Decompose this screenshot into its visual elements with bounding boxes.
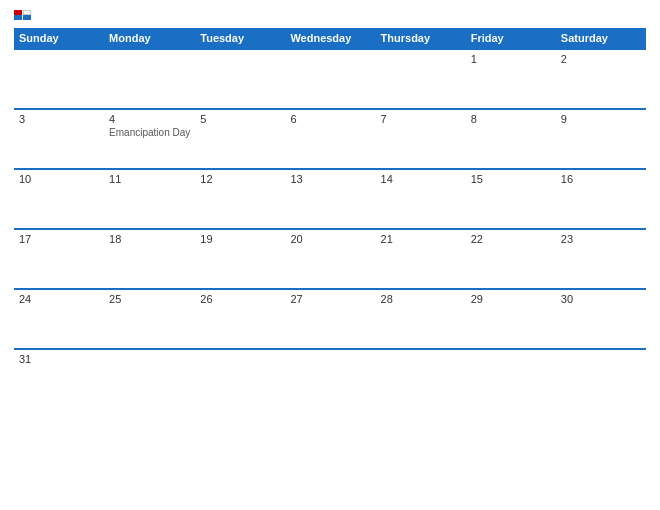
day-cell: 3 xyxy=(14,109,104,169)
day-cell: 4Emancipation Day xyxy=(104,109,195,169)
day-number: 9 xyxy=(561,113,641,125)
logo xyxy=(14,10,37,20)
day-number: 22 xyxy=(471,233,551,245)
day-cell: 18 xyxy=(104,229,195,289)
day-cell xyxy=(556,349,646,389)
day-cell xyxy=(195,349,285,389)
calendar-page: Sunday Monday Tuesday Wednesday Thursday… xyxy=(0,0,660,510)
day-number: 17 xyxy=(19,233,99,245)
day-number: 31 xyxy=(19,353,99,365)
day-cell: 9 xyxy=(556,109,646,169)
day-number: 16 xyxy=(561,173,641,185)
day-number: 21 xyxy=(381,233,461,245)
day-number: 7 xyxy=(381,113,461,125)
day-cell: 13 xyxy=(285,169,375,229)
day-cell: 24 xyxy=(14,289,104,349)
day-cell: 6 xyxy=(285,109,375,169)
day-cell: 31 xyxy=(14,349,104,389)
calendar-header xyxy=(14,10,646,20)
week-row-3: 17181920212223 xyxy=(14,229,646,289)
week-row-2: 10111213141516 xyxy=(14,169,646,229)
day-number: 27 xyxy=(290,293,370,305)
day-cell: 5 xyxy=(195,109,285,169)
day-cell xyxy=(285,49,375,109)
day-cell: 21 xyxy=(376,229,466,289)
day-cell xyxy=(14,49,104,109)
day-cell: 1 xyxy=(466,49,556,109)
day-number: 13 xyxy=(290,173,370,185)
day-number: 11 xyxy=(109,173,190,185)
day-number: 12 xyxy=(200,173,280,185)
day-cell: 27 xyxy=(285,289,375,349)
day-number: 8 xyxy=(471,113,551,125)
day-number: 30 xyxy=(561,293,641,305)
day-cell xyxy=(195,49,285,109)
day-cell: 20 xyxy=(285,229,375,289)
day-number: 23 xyxy=(561,233,641,245)
day-cell: 14 xyxy=(376,169,466,229)
day-number: 3 xyxy=(19,113,99,125)
day-cell xyxy=(285,349,375,389)
day-number: 10 xyxy=(19,173,99,185)
header-sunday: Sunday xyxy=(14,28,104,49)
day-number: 28 xyxy=(381,293,461,305)
day-number: 4 xyxy=(109,113,190,125)
day-cell: 7 xyxy=(376,109,466,169)
day-number: 18 xyxy=(109,233,190,245)
day-number: 19 xyxy=(200,233,280,245)
week-row-4: 24252627282930 xyxy=(14,289,646,349)
day-cell: 10 xyxy=(14,169,104,229)
day-cell xyxy=(466,349,556,389)
day-cell: 12 xyxy=(195,169,285,229)
day-cell: 23 xyxy=(556,229,646,289)
day-cell xyxy=(376,349,466,389)
day-number: 26 xyxy=(200,293,280,305)
header-wednesday: Wednesday xyxy=(285,28,375,49)
day-cell: 26 xyxy=(195,289,285,349)
day-number: 24 xyxy=(19,293,99,305)
day-number: 5 xyxy=(200,113,280,125)
week-row-1: 34Emancipation Day56789 xyxy=(14,109,646,169)
day-number: 20 xyxy=(290,233,370,245)
header-monday: Monday xyxy=(104,28,195,49)
day-cell: 25 xyxy=(104,289,195,349)
day-number: 25 xyxy=(109,293,190,305)
day-number: 1 xyxy=(471,53,551,65)
day-number: 14 xyxy=(381,173,461,185)
day-event: Emancipation Day xyxy=(109,127,190,138)
week-row-0: 12 xyxy=(14,49,646,109)
day-cell: 30 xyxy=(556,289,646,349)
day-cell xyxy=(104,349,195,389)
week-row-5: 31 xyxy=(14,349,646,389)
day-cell: 17 xyxy=(14,229,104,289)
day-cell: 16 xyxy=(556,169,646,229)
weekday-header-row: Sunday Monday Tuesday Wednesday Thursday… xyxy=(14,28,646,49)
day-cell: 15 xyxy=(466,169,556,229)
calendar-table: Sunday Monday Tuesday Wednesday Thursday… xyxy=(14,28,646,389)
day-cell: 19 xyxy=(195,229,285,289)
header-friday: Friday xyxy=(466,28,556,49)
header-saturday: Saturday xyxy=(556,28,646,49)
day-cell: 8 xyxy=(466,109,556,169)
day-cell xyxy=(376,49,466,109)
day-cell: 29 xyxy=(466,289,556,349)
day-number: 15 xyxy=(471,173,551,185)
header-thursday: Thursday xyxy=(376,28,466,49)
day-cell: 11 xyxy=(104,169,195,229)
day-cell: 22 xyxy=(466,229,556,289)
day-cell: 28 xyxy=(376,289,466,349)
day-cell: 2 xyxy=(556,49,646,109)
day-number: 6 xyxy=(290,113,370,125)
day-cell xyxy=(104,49,195,109)
day-number: 29 xyxy=(471,293,551,305)
header-tuesday: Tuesday xyxy=(195,28,285,49)
day-number: 2 xyxy=(561,53,641,65)
